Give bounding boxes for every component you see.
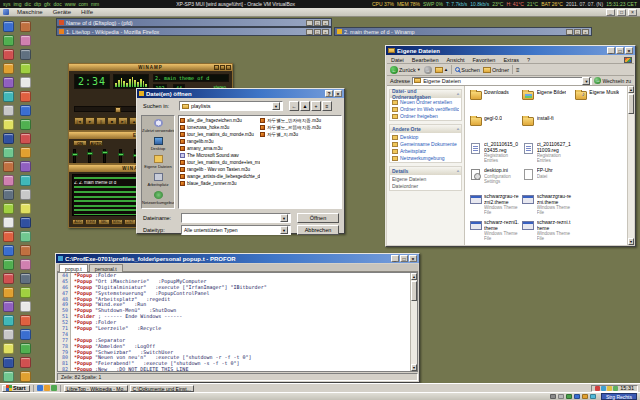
up-folder-button[interactable]: ▲ (300, 101, 310, 111)
explorer-menu-item[interactable]: Bearbeiten (408, 56, 443, 63)
place-item[interactable]: Eigene Dateien (142, 155, 174, 169)
close-button[interactable]: × (628, 9, 637, 16)
desktop-icon[interactable] (20, 35, 31, 46)
desktop-icon[interactable] (3, 315, 14, 326)
folders-button[interactable]: Ordner (483, 67, 509, 73)
file-tile[interactable]: install-fi (522, 116, 573, 142)
shaded-window-1[interactable]: Name of d (Eftsplog) - (pfd) _ □ × (56, 18, 332, 27)
eq-on-button[interactable]: ON (73, 140, 87, 146)
quicklaunch-icon[interactable] (51, 385, 57, 391)
tab-popup[interactable]: popup.t (59, 264, 88, 272)
desktop-icon[interactable] (20, 217, 31, 228)
file-tile[interactable]: schwarzgrau-rezni2.themeWindows Theme Fi… (469, 194, 520, 220)
desktop-icon[interactable] (3, 133, 14, 144)
editor-titlebar[interactable]: C:\ProfExe-0701\profiles_folder\personal… (56, 254, 419, 263)
minimize-button[interactable] (214, 65, 219, 70)
tab-personal[interactable]: personal.t (89, 264, 123, 272)
up-button[interactable]: ▲ (435, 67, 448, 73)
maximize-button[interactable]: □ (574, 29, 581, 35)
explorer-menu-item[interactable]: Favoriten (469, 56, 500, 63)
file-tile[interactable]: ct_20110627_111009.regRegistration Entri… (522, 142, 573, 168)
desktop-icon[interactable] (3, 35, 14, 46)
close-button[interactable]: × (409, 255, 417, 262)
vbox-device-icon[interactable] (590, 394, 596, 399)
file-tile[interactable]: Eigene Bilder (522, 90, 573, 116)
vbox-device-icon[interactable] (574, 394, 580, 399)
desktop-icon[interactable] (20, 329, 31, 340)
close-button[interactable]: × (334, 90, 342, 97)
dropdown-arrow[interactable]: ▼ (280, 214, 288, 222)
file-tile[interactable]: ct_20110615_003435.regRegistration Entri… (469, 142, 520, 168)
views-button[interactable]: ≡ (516, 67, 520, 73)
desktop-icon[interactable] (20, 133, 31, 144)
dialog-file-item[interactable]: 자두별노_으뜸배지종.m3u (260, 124, 340, 131)
dialog-file-item[interactable]: alle_die_fragezeichen.m3u (180, 117, 260, 124)
desktop-icon[interactable] (20, 273, 31, 284)
desktop-icon[interactable] (3, 329, 14, 340)
stop-button[interactable]: ■ (107, 117, 117, 125)
dialog-file-item[interactable]: The Microsoft Sound.wav (180, 152, 260, 159)
desktop-icon[interactable] (3, 343, 14, 354)
host-menu-item[interactable]: dtp (34, 1, 41, 7)
minimize-button[interactable]: _ (306, 20, 313, 26)
eq-band-slider[interactable] (73, 149, 76, 163)
desktop-icon[interactable] (20, 189, 31, 200)
desktop-icon[interactable] (3, 77, 14, 88)
tray-icon[interactable] (607, 386, 612, 391)
explorer-file-area[interactable]: DownloadsEigene BilderEigene Musikgegl-0… (465, 86, 627, 245)
desktop-icon[interactable] (3, 175, 14, 186)
dialog-file-item[interactable]: rangelib.m3u (180, 138, 260, 145)
task-link[interactable]: Neuen Ordner erstellen (392, 99, 459, 105)
place-item[interactable]: Desktop (142, 137, 174, 151)
maximize-button[interactable]: □ (314, 29, 321, 35)
host-menu-item[interactable]: com (79, 1, 88, 7)
start-button[interactable]: Start (2, 385, 30, 392)
minimize-button[interactable]: _ (391, 255, 399, 262)
explorer-titlebar[interactable]: Eigene Dateien _ □ × (386, 46, 635, 55)
close-button[interactable]: × (322, 29, 329, 35)
task-section-header[interactable]: Andere Orte^ (390, 125, 461, 133)
desktop-icon[interactable] (3, 161, 14, 172)
vbox-device-icon[interactable] (550, 394, 556, 399)
place-item[interactable]: Arbeitsplatz (142, 173, 174, 187)
host-menu-item[interactable]: sys (3, 1, 11, 7)
eq-band-slider[interactable] (119, 149, 122, 163)
minimize-button[interactable]: _ (606, 9, 615, 16)
dialog-file-item[interactable]: blaue_flade_runner.m3u (180, 180, 260, 187)
explorer-scrollbar[interactable]: ▲ ▼ (627, 86, 634, 245)
desktop-icon[interactable] (3, 231, 14, 242)
back-button[interactable]: ← Zurück ▼ (390, 66, 421, 74)
address-combo[interactable]: Eigene Dateien ▼ (412, 77, 592, 85)
code-area[interactable]: 44*Popup :Folder45*Popup "Ort iMaschiner… (58, 273, 410, 371)
file-tile[interactable]: schwarz-rezni.themeWindows Theme File (522, 220, 573, 245)
back-button[interactable]: ← (289, 101, 299, 111)
maximize-button[interactable]: □ (400, 255, 408, 262)
desktop-icon[interactable] (20, 49, 31, 60)
explorer-window[interactable]: Eigene Dateien _ □ × DateiBearbeitenAnsi… (385, 45, 636, 247)
eq-auto-button[interactable]: AUTO (89, 140, 103, 146)
task-link[interactable]: Ordner im Web veröffentlichen (392, 106, 459, 112)
task-link[interactable]: Netzwerkumgebung (392, 155, 459, 161)
desktop-icon[interactable] (3, 147, 14, 158)
taskbar-button[interactable]: C:\Dokumente und Einst... (130, 385, 194, 392)
host-menu-item[interactable]: dic (25, 1, 31, 7)
desktop-icon[interactable] (20, 287, 31, 298)
maximize-button[interactable]: □ (314, 20, 321, 26)
vbox-menu-item[interactable]: Maschine (12, 8, 48, 17)
go-button[interactable]: → Wechseln zu (594, 77, 631, 84)
maximize-button[interactable]: □ (616, 47, 624, 54)
desktop-icon[interactable] (20, 119, 31, 130)
views-button[interactable]: ≡ (322, 101, 332, 111)
back-dropdown-caret[interactable]: ▼ (417, 67, 421, 72)
playlist-button[interactable]: SEL (98, 219, 110, 225)
desktop-icon[interactable] (20, 231, 31, 242)
explorer-menu-item[interactable]: Datei (387, 56, 408, 63)
scrollbar-thumb[interactable] (411, 281, 417, 301)
editor-window[interactable]: C:\ProfExe-0701\profiles_folder\personal… (55, 253, 420, 383)
taskbar-button[interactable]: LibreTop - Wikipedia - Mo... (64, 385, 128, 392)
search-button[interactable]: Suchen (455, 67, 480, 73)
host-menu-item[interactable]: doc (54, 1, 62, 7)
file-tile[interactable]: FP-UhrDatei (522, 168, 573, 194)
play-button[interactable]: ► (85, 117, 95, 125)
cancel-button[interactable]: Abbrechen (297, 225, 339, 235)
